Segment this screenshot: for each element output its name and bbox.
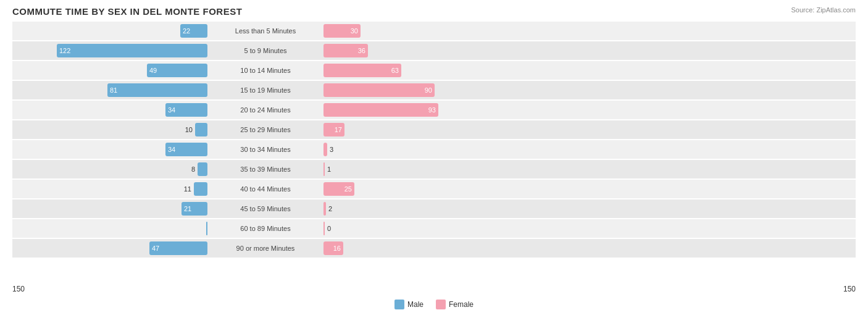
female-value: 93 xyxy=(428,106,438,114)
male-bar xyxy=(206,222,207,235)
left-section: 21 xyxy=(12,199,210,218)
axis-right: 150 xyxy=(843,285,856,293)
table-row: 81 15 to 19 Minutes 90 xyxy=(12,81,856,99)
row-label: 25 to 29 Minutes xyxy=(210,126,321,133)
table-row: 47 90 or more Minutes 16 xyxy=(12,239,856,258)
female-value: 0 xyxy=(327,225,331,232)
right-section: 1 xyxy=(321,160,519,178)
axis-left: 150 xyxy=(12,285,25,293)
female-value: 63 xyxy=(391,67,401,74)
chart-title: COMMUTE TIME BY SEX IN DEL MONTE FOREST xyxy=(12,6,856,17)
table-row: 122 5 to 9 Minutes 36 xyxy=(12,41,856,60)
female-bar: 90 xyxy=(323,83,435,97)
female-value: 2 xyxy=(328,205,332,212)
female-bar: 17 xyxy=(323,123,344,136)
legend-male-box xyxy=(394,300,404,309)
female-bar xyxy=(323,202,326,216)
right-section: 3 xyxy=(321,140,519,159)
left-section xyxy=(12,219,210,238)
row-label: Less than 5 Minutes xyxy=(210,27,321,35)
legend-male: Male xyxy=(394,300,424,309)
row-label: 15 to 19 Minutes xyxy=(210,86,321,94)
left-section: 34 xyxy=(12,140,210,159)
male-value: 34 xyxy=(165,146,175,153)
male-value: 11 xyxy=(184,185,191,193)
left-section: 49 xyxy=(12,61,210,80)
male-bar: 34 xyxy=(165,103,207,117)
table-row: 34 20 to 24 Minutes 93 xyxy=(12,101,856,119)
source-label: Source: ZipAtlas.com xyxy=(791,6,856,14)
row-label: 40 to 44 Minutes xyxy=(210,185,321,193)
left-section: 11 xyxy=(12,180,210,198)
table-row: 21 45 to 59 Minutes 2 xyxy=(12,199,856,218)
male-value: 22 xyxy=(180,27,190,35)
male-value: 34 xyxy=(165,106,175,114)
female-value: 90 xyxy=(425,86,435,94)
left-section: 34 xyxy=(12,101,210,119)
male-value: 47 xyxy=(149,245,159,252)
male-bar: 81 xyxy=(107,83,207,97)
left-section: 22 xyxy=(12,22,210,40)
row-label: 30 to 34 Minutes xyxy=(210,146,321,153)
male-value: 8 xyxy=(191,166,195,173)
male-value: 81 xyxy=(107,86,117,94)
table-row: 22 Less than 5 Minutes 30 xyxy=(12,22,856,40)
legend-female-box xyxy=(436,300,446,309)
table-row: 60 to 89 Minutes 0 xyxy=(12,219,856,238)
chart-container: COMMUTE TIME BY SEX IN DEL MONTE FOREST … xyxy=(0,0,868,323)
row-label: 20 to 24 Minutes xyxy=(210,106,321,114)
male-bar: 22 xyxy=(180,24,207,38)
row-label: 45 to 59 Minutes xyxy=(210,205,321,212)
female-value: 30 xyxy=(351,27,361,35)
table-row: 11 40 to 44 Minutes 25 xyxy=(12,180,856,198)
row-label: 10 to 14 Minutes xyxy=(210,67,321,74)
row-label: 90 or more Minutes xyxy=(210,245,321,252)
female-bar: 63 xyxy=(323,64,401,77)
row-label: 60 to 89 Minutes xyxy=(210,225,321,232)
right-section: 63 xyxy=(321,61,519,80)
table-row: 8 35 to 39 Minutes 1 xyxy=(12,160,856,178)
right-section: 93 xyxy=(321,101,519,119)
male-value: 21 xyxy=(182,205,191,212)
left-section: 8 xyxy=(12,160,210,178)
female-value: 17 xyxy=(335,126,344,133)
axis-labels: 150 150 xyxy=(12,282,856,296)
row-label: 35 to 39 Minutes xyxy=(210,166,321,173)
left-section: 81 xyxy=(12,81,210,99)
male-bar: 122 xyxy=(57,44,207,57)
right-section: 25 xyxy=(321,180,519,198)
right-section: 0 xyxy=(321,219,519,238)
female-bar: 30 xyxy=(323,24,361,38)
legend-female: Female xyxy=(436,300,474,309)
female-bar: 16 xyxy=(323,241,343,255)
male-bar: 34 xyxy=(165,143,207,156)
male-bar: 47 xyxy=(149,241,207,255)
right-section: 90 xyxy=(321,81,519,99)
right-section: 17 xyxy=(321,120,519,139)
legend: Male Female xyxy=(12,300,856,309)
female-bar xyxy=(323,143,327,156)
left-section: 10 xyxy=(12,120,210,139)
legend-male-label: Male xyxy=(407,300,424,309)
female-bar: 36 xyxy=(323,44,368,57)
legend-female-label: Female xyxy=(449,300,474,309)
male-value: 10 xyxy=(185,126,193,133)
female-value: 25 xyxy=(344,185,354,193)
male-bar xyxy=(198,162,207,176)
male-bar: 49 xyxy=(147,64,207,77)
chart-area: 22 Less than 5 Minutes 30 122 5 to 9 Min… xyxy=(12,22,856,281)
right-section: 30 xyxy=(321,22,519,40)
female-bar xyxy=(323,222,325,235)
female-value: 36 xyxy=(358,47,368,54)
female-bar xyxy=(323,162,325,176)
right-section: 16 xyxy=(321,239,519,258)
left-section: 47 xyxy=(12,239,210,258)
female-bar: 25 xyxy=(323,182,354,196)
male-value: 49 xyxy=(147,67,157,74)
male-value: 122 xyxy=(57,47,70,54)
table-row: 34 30 to 34 Minutes 3 xyxy=(12,140,856,159)
female-value: 3 xyxy=(330,146,333,153)
female-value: 16 xyxy=(333,245,343,252)
female-value: 1 xyxy=(327,166,331,173)
row-label: 5 to 9 Minutes xyxy=(210,47,321,54)
